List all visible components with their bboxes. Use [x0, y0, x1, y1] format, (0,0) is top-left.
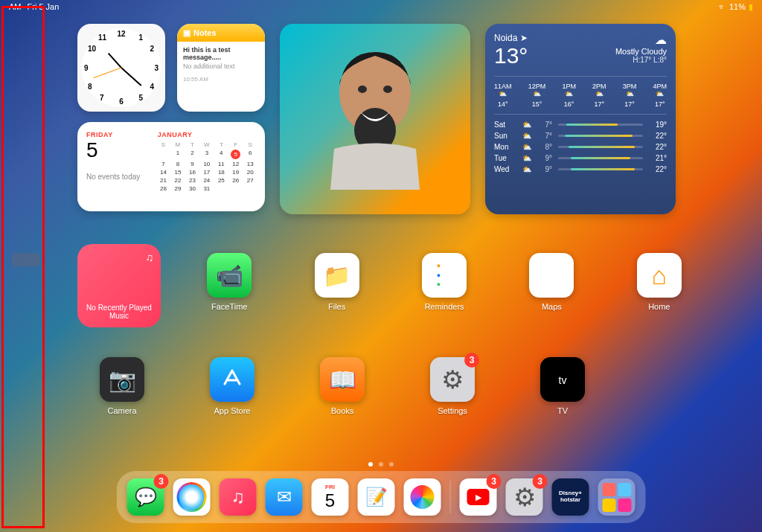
folder-icon: ▣	[183, 28, 190, 38]
app-reminders[interactable]: ● ──● ──● ──Reminders	[409, 253, 480, 311]
calendar-day-label: FRIDAY	[86, 131, 158, 138]
app-tv[interactable]: tvTV	[530, 357, 595, 415]
annotation-box	[1, 6, 45, 528]
app-label: App Store	[214, 406, 251, 415]
wifi-icon: ᯤ	[718, 2, 726, 11]
badge: 3	[487, 474, 502, 489]
calendar-grid: SMTWTFS123456789101112131415161718192021…	[158, 141, 256, 192]
app-label: Settings	[438, 406, 467, 415]
app-books[interactable]: 📖Books	[310, 357, 375, 415]
app-label: Maps	[542, 302, 562, 311]
app-label: TV	[557, 406, 568, 415]
badge: 3	[464, 353, 479, 368]
app-label: Reminders	[424, 302, 464, 311]
status-bar: AM Fri 5 Jan ᯤ 11% ▮	[0, 0, 762, 13]
svg-point-2	[358, 86, 367, 93]
notes-message: Hi this is a test message.....	[183, 46, 259, 61]
app-files[interactable]: 📁Files	[301, 253, 372, 311]
notes-timestamp: 10:55 AM	[183, 76, 259, 83]
app-label: Books	[331, 406, 354, 415]
battery-percent: 11%	[729, 2, 746, 11]
app-camera[interactable]: 📷Camera	[89, 357, 155, 415]
page-indicator[interactable]	[368, 462, 394, 467]
notes-title: Notes	[193, 28, 217, 37]
app-settings[interactable]: ⚙3Settings	[420, 357, 485, 415]
dock: 💬3♫✉FRI5📝▶3⚙3Disney+hotstar	[117, 471, 646, 523]
weather-condition: Mostly Cloudy	[615, 47, 667, 56]
app-label: Home	[648, 302, 670, 311]
badge: 3	[154, 474, 169, 489]
music-text: No Recently Played Music	[85, 304, 153, 320]
location-icon: ➤	[520, 33, 528, 43]
weather-hourly: 11AM⛅14°12PM⛅15°1PM⛅16°2PM⛅17°3PM⛅17°4PM…	[494, 76, 667, 108]
music-note-icon: ♫	[146, 251, 154, 263]
weather-temperature: 13°	[494, 43, 528, 68]
notes-widget[interactable]: ▣Notes Hi this is a test message..... No…	[177, 24, 265, 112]
app-label: FaceTime	[211, 302, 248, 311]
app-label: Files	[328, 302, 345, 311]
app-row-1: 📹FaceTime📁Files● ──● ──● ──Reminders🗺Map…	[193, 253, 695, 311]
app-label: Camera	[107, 406, 136, 415]
clock-widget[interactable]: 12 3 6 9 1 2 4 5 7 8 10 11	[77, 24, 165, 112]
weather-daily: Sat⛅7°19°Sun⛅7°22°Mon⛅8°22°Tue⛅9°21°Wed⛅…	[494, 114, 667, 175]
calendar-events: No events today	[86, 173, 158, 181]
app-facetime[interactable]: 📹FaceTime	[193, 253, 265, 311]
weather-widget[interactable]: Noida ➤ 13° ☁ Mostly Cloudy H:17° L:8° 1…	[485, 24, 676, 214]
cloud-icon: ☁	[615, 33, 667, 47]
calendar-widget[interactable]: FRIDAY 5 No events today JANUARY SMTWTFS…	[77, 122, 265, 211]
calendar-month: JANUARY	[158, 131, 256, 138]
app-row-2: 📷CameraApp Store📖Books⚙3SettingstvTV	[89, 357, 595, 415]
app-home[interactable]: ⌂Home	[624, 253, 695, 311]
battery-icon: ▮	[749, 2, 753, 12]
weather-hilo: H:17° L:8°	[615, 56, 667, 64]
app-maps[interactable]: 🗺Maps	[516, 253, 587, 311]
app-app-store[interactable]: App Store	[199, 357, 265, 415]
photos-widget[interactable]	[280, 24, 470, 214]
calendar-day-number: 5	[86, 138, 158, 162]
notes-subtitle: No additional text	[183, 63, 259, 70]
music-widget[interactable]: ♫ No Recently Played Music	[77, 244, 161, 327]
person-photo	[316, 41, 435, 190]
svg-point-3	[383, 86, 392, 93]
badge: 3	[533, 474, 548, 489]
dock-separator	[450, 481, 451, 513]
weather-location: Noida	[494, 33, 517, 43]
